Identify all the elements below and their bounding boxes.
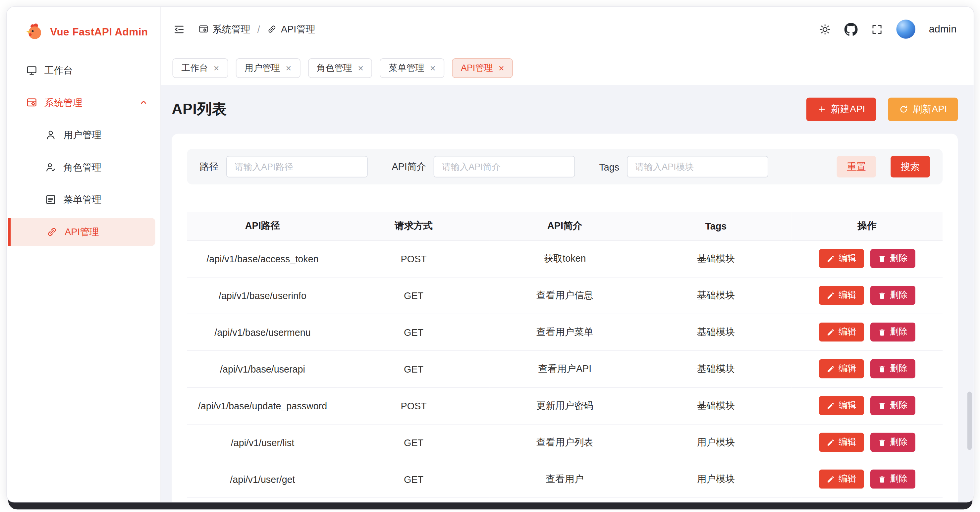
edit-button[interactable]: 编辑 <box>819 433 864 452</box>
app-window: Vue FastAPI Admin 工作台 <box>6 6 974 502</box>
path-filter-input[interactable] <box>226 156 368 178</box>
system-management-icon <box>199 24 209 35</box>
delete-button[interactable]: 删除 <box>870 249 915 268</box>
sidebar-item-label: 系统管理 <box>45 97 83 109</box>
close-icon[interactable]: × <box>430 63 436 73</box>
page-actions: 新建API 刷新API <box>806 98 958 121</box>
avatar[interactable] <box>897 19 915 38</box>
theme-toggle-button[interactable] <box>819 23 831 35</box>
tab-menus[interactable]: 菜单管理 × <box>380 58 445 78</box>
api-link-icon <box>46 226 58 237</box>
table-row: /api/v1/base/userinfo GET 查看用户信息 基础模块 编辑 <box>187 277 943 313</box>
search-button[interactable]: 搜索 <box>891 156 930 178</box>
sidebar-item-label: 用户管理 <box>63 129 101 141</box>
pencil-icon <box>827 365 835 373</box>
table-row: /api/v1/base/usermenu GET 查看用户菜单 基础模块 编辑 <box>187 313 943 350</box>
pencil-icon <box>827 254 835 262</box>
refresh-api-button[interactable]: 刷新API <box>888 98 958 121</box>
edit-button[interactable]: 编辑 <box>819 396 864 415</box>
brand-title: Vue FastAPI Admin <box>50 25 148 37</box>
github-button[interactable] <box>845 22 858 36</box>
column-header: 操作 <box>791 212 943 240</box>
page-content: API列表 新建API 刷新API <box>161 85 974 502</box>
workbench-icon <box>26 65 37 76</box>
sidebar: Vue FastAPI Admin 工作台 <box>7 7 161 502</box>
edit-button[interactable]: 编辑 <box>819 323 864 342</box>
sidebar-item-label: 工作台 <box>45 64 73 76</box>
edit-button[interactable]: 编辑 <box>819 359 864 378</box>
edit-button[interactable]: 编辑 <box>819 249 864 268</box>
create-api-button[interactable]: 新建API <box>806 98 876 121</box>
pencil-icon <box>827 328 835 336</box>
pencil-icon <box>827 291 835 299</box>
trash-icon <box>878 438 886 447</box>
table-header-row: API路径 请求方式 API简介 Tags 操作 <box>187 212 943 240</box>
sidebar-menu: 工作台 系统管理 <box>7 42 160 246</box>
main-area: 系统管理 / API管理 <box>161 7 974 502</box>
sidebar-item-label: 菜单管理 <box>63 194 101 206</box>
sidebar-item-system-management[interactable]: 系统管理 <box>7 89 160 116</box>
page-head: API列表 新建API 刷新API <box>172 85 958 134</box>
close-icon[interactable]: × <box>286 63 291 73</box>
tags-filter-input[interactable] <box>627 156 768 178</box>
breadcrumb-system-management[interactable]: 系统管理 <box>199 23 250 35</box>
trash-icon <box>878 328 886 336</box>
fullscreen-button[interactable] <box>871 23 883 35</box>
trash-icon <box>878 254 886 262</box>
brand[interactable]: Vue FastAPI Admin <box>7 7 160 42</box>
sidebar-item-users[interactable]: 用户管理 <box>7 121 160 149</box>
tab-roles[interactable]: 角色管理 × <box>308 58 372 78</box>
delete-button[interactable]: 删除 <box>870 286 915 305</box>
menu-list-icon <box>45 194 56 205</box>
sidebar-item-menus[interactable]: 菜单管理 <box>7 186 160 214</box>
table-row: /api/v1/base/access_token POST 获取token 基… <box>187 240 943 277</box>
tags-filter-label: Tags <box>599 161 619 172</box>
delete-button[interactable]: 删除 <box>870 359 915 378</box>
table-row: /api/v1/user/get GET 查看用户 用户模块 编辑 <box>187 461 943 498</box>
delete-button[interactable]: 删除 <box>870 470 915 488</box>
api-table: API路径 请求方式 API简介 Tags 操作 /api/v1/base/ac… <box>187 212 943 498</box>
delete-button[interactable]: 删除 <box>870 396 915 415</box>
system-management-icon <box>26 97 37 108</box>
table-row: /api/v1/user/list GET 查看用户列表 用户模块 编辑 <box>187 424 943 461</box>
username[interactable]: admin <box>929 24 956 35</box>
pencil-icon <box>827 475 835 483</box>
sidebar-item-api[interactable]: API管理 <box>8 218 155 246</box>
close-icon[interactable]: × <box>499 63 504 73</box>
page-title: API列表 <box>172 99 227 119</box>
column-header: API路径 <box>187 212 338 240</box>
delete-button[interactable]: 删除 <box>870 323 915 342</box>
trash-icon <box>878 365 886 373</box>
sidebar-item-workbench[interactable]: 工作台 <box>7 56 160 84</box>
user-icon <box>45 129 56 140</box>
refresh-icon <box>899 105 908 114</box>
tab-api[interactable]: API管理 × <box>452 58 513 78</box>
pencil-icon <box>827 401 835 410</box>
edit-button[interactable]: 编辑 <box>819 286 864 305</box>
close-icon[interactable]: × <box>358 63 363 73</box>
tab-workbench[interactable]: 工作台 × <box>172 58 228 78</box>
sidebar-item-roles[interactable]: 角色管理 <box>7 153 160 181</box>
summary-filter-label: API简介 <box>391 161 426 173</box>
header-actions: admin <box>819 19 956 38</box>
reset-button[interactable]: 重置 <box>837 156 876 178</box>
table-row: /api/v1/base/userapi GET 查看用户API 基础模块 编辑 <box>187 350 943 387</box>
column-header: Tags <box>640 212 791 240</box>
sidebar-collapse-button[interactable] <box>173 23 185 35</box>
breadcrumb-separator: / <box>258 24 260 35</box>
api-link-icon <box>267 24 277 35</box>
sidebar-item-label: 角色管理 <box>63 161 101 173</box>
delete-button[interactable]: 删除 <box>870 433 915 452</box>
summary-filter-input[interactable] <box>434 156 575 178</box>
close-icon[interactable]: × <box>214 63 220 73</box>
github-icon <box>845 22 858 36</box>
trash-icon <box>878 401 886 410</box>
tab-users[interactable]: 用户管理 × <box>235 58 300 78</box>
plus-icon <box>817 105 827 114</box>
scrollbar-thumb[interactable] <box>967 391 972 450</box>
breadcrumb-api-management[interactable]: API管理 <box>267 23 315 35</box>
path-filter-label: 路径 <box>200 161 219 173</box>
column-header: API简介 <box>489 212 640 240</box>
top-header: 系统管理 / API管理 <box>161 7 974 51</box>
edit-button[interactable]: 编辑 <box>819 470 864 488</box>
